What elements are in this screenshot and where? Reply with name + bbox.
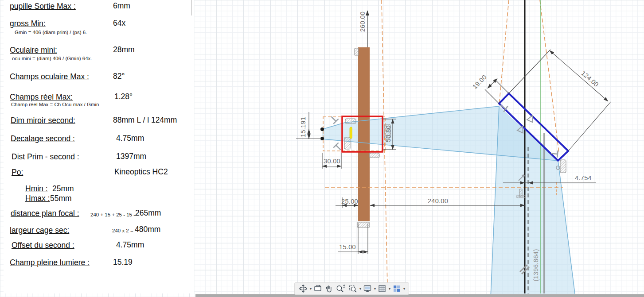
spec-value: 25mm: [52, 184, 74, 193]
spec-label: distance plan focal :: [11, 209, 79, 218]
spec-label: pupille Sortie Max :: [10, 2, 76, 11]
spec-label: Offset du second :: [12, 241, 74, 250]
spec-value: 4.75mm: [116, 240, 144, 250]
display-settings-button[interactable]: [362, 284, 373, 293]
orbit-caret[interactable]: ▾: [310, 287, 312, 291]
yellow-focal-marker: [350, 127, 352, 139]
spec-value: 1.28°: [114, 92, 133, 101]
navigation-toolbar: ▾ ▾ ▾: [294, 282, 409, 295]
spec-value: 4.75mm: [116, 134, 144, 143]
focal-point-top: [320, 127, 324, 131]
telescope-board[interactable]: [358, 47, 370, 221]
dim-240: 240.00: [419, 197, 457, 204]
spec-value: Kineoptics HC2: [114, 167, 168, 177]
window-zoom-caret[interactable]: ▾: [359, 287, 361, 291]
zoom-icon: [336, 284, 346, 293]
display-settings-icon: [363, 284, 372, 293]
spec-label: Oculaire mini:: [10, 46, 57, 55]
pan-button[interactable]: [324, 284, 334, 293]
spec-value: 88mm L / l 124mm: [113, 116, 177, 125]
spec-value: 6mm: [113, 1, 130, 11]
focal-point-bottom: [320, 137, 324, 140]
window-zoom-icon: [348, 284, 357, 293]
orbit-button[interactable]: [298, 284, 308, 293]
viewports-button[interactable]: [391, 284, 402, 293]
spec-value: 28mm: [113, 45, 135, 54]
spec-label: largeur cage sec:: [10, 226, 69, 235]
window-zoom-button[interactable]: [347, 284, 358, 293]
viewports-icon: [392, 284, 401, 293]
viewport-bottom-strip: [195, 294, 644, 297]
spec-value: 265mm: [135, 208, 161, 218]
dim-5080: 50.80: [385, 115, 392, 152]
dim-25: 25.00: [331, 198, 368, 205]
incoming-ray-left: [499, 0, 509, 105]
pan-icon: [324, 284, 333, 293]
dim-30: 30.00: [313, 158, 351, 165]
dim-15191: 15.191: [300, 108, 307, 146]
look-at-icon: [313, 284, 322, 293]
grid-display-caret[interactable]: ▾: [389, 287, 390, 291]
spec-label: Hmin :: [25, 184, 48, 193]
spec-formula: 240 x 2 =: [112, 228, 133, 233]
spec-label: Dim miroir second:: [11, 116, 75, 125]
spec-formula: ocu mini = (diam) 406 / (Gmin) 64x.: [12, 56, 92, 61]
zoom-button[interactable]: [335, 284, 347, 293]
spec-formula: Gmin = 406 (diam prim) / (ps) 6.: [15, 30, 87, 35]
spec-label: Hmax :: [25, 194, 50, 203]
spec-label: Decalage second :: [11, 134, 75, 143]
orbit-icon: [299, 284, 308, 293]
display-settings-caret[interactable]: ▾: [374, 287, 376, 291]
spec-label: gross Min:: [10, 19, 46, 28]
dim-15: 15.00: [329, 243, 366, 251]
dim-4754: 4.754: [565, 174, 602, 181]
dim-260: 260.00: [359, 3, 366, 40]
spec-formula: 240 + 15 + 25 - 15 =: [90, 212, 137, 217]
viewports-caret[interactable]: ▾: [403, 287, 405, 291]
spec-value: 82°: [113, 72, 125, 81]
look-at-button[interactable]: [312, 284, 323, 293]
panel-edge-line: [191, 0, 192, 15]
spec-label: Champs oculaire Max :: [10, 72, 89, 81]
spec-value: 64x: [113, 19, 125, 28]
spec-label: Champ pleine lumiere :: [10, 258, 90, 267]
spec-label: Po:: [12, 168, 23, 177]
spec-value: 55mm: [50, 194, 72, 203]
incoming-ray-right: [540, 0, 559, 153]
spec-value: 480mm: [135, 225, 160, 234]
spec-label: Champs réel Max:: [10, 93, 73, 102]
dim-1396: (1396.864): [532, 247, 539, 284]
spec-label: Dist Prim - second :: [12, 152, 79, 162]
spec-value: 15.19: [113, 258, 133, 267]
grid-display-icon: [378, 284, 386, 293]
notes-panel: pupille Sortie Max : 6mm gross Min: 64x …: [4, 0, 194, 293]
spec-formula: Champ réel Max = Ch Ocu max / Gmin: [11, 102, 99, 107]
grid-display-button[interactable]: [377, 284, 387, 293]
spec-value: 1397mm: [116, 152, 146, 161]
